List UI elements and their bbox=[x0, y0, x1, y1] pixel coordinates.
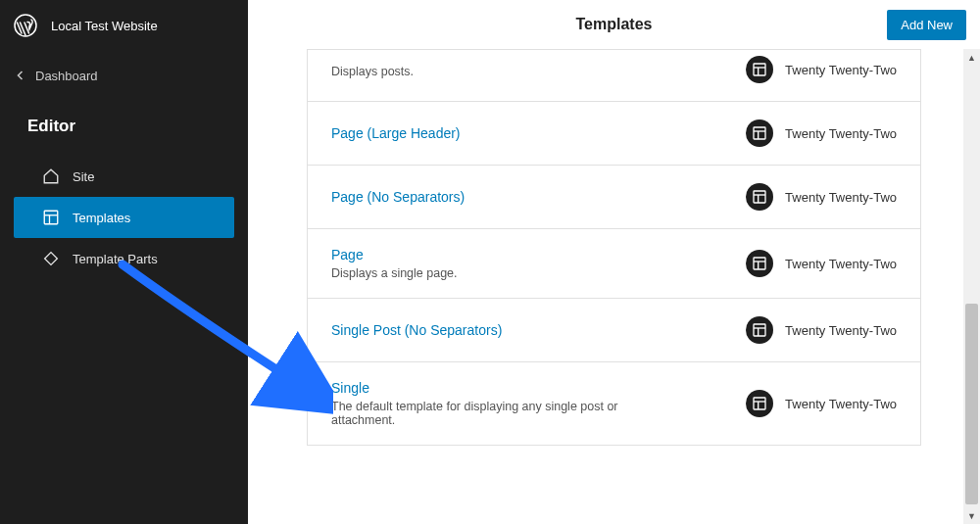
layout-icon bbox=[41, 208, 61, 227]
svg-rect-17 bbox=[754, 324, 765, 336]
template-row[interactable]: Page (Large Header) Twenty Twenty-Two bbox=[307, 102, 921, 166]
theme-name: Twenty Twenty-Two bbox=[785, 257, 897, 271]
top-bar: Templates Add New bbox=[248, 0, 980, 49]
sidebar: Local Test Website Dashboard Editor Site… bbox=[0, 0, 248, 524]
sidebar-item-site[interactable]: Site bbox=[14, 156, 234, 197]
theme-name: Twenty Twenty-Two bbox=[785, 126, 897, 141]
theme-icon bbox=[746, 316, 773, 344]
template-title-link[interactable]: Page bbox=[331, 247, 458, 262]
template-row[interactable]: Displays posts. Twenty Twenty-Two bbox=[307, 49, 921, 102]
theme-name: Twenty Twenty-Two bbox=[785, 323, 897, 338]
main-content: Templates Add New Displays posts. Twenty… bbox=[248, 0, 980, 524]
scroll-arrow-up-icon[interactable]: ▲ bbox=[963, 49, 980, 66]
home-icon bbox=[41, 167, 61, 186]
svg-rect-14 bbox=[754, 258, 765, 269]
chevron-left-icon bbox=[16, 69, 25, 83]
templates-list: Displays posts. Twenty Twenty-Two Page (… bbox=[248, 49, 980, 524]
template-row[interactable]: Single Post (No Separators) Twenty Twent… bbox=[307, 299, 921, 362]
dashboard-label: Dashboard bbox=[35, 69, 98, 83]
sidebar-item-templates[interactable]: Templates bbox=[14, 197, 234, 238]
wordpress-logo-icon bbox=[14, 14, 37, 37]
scrollbar[interactable]: ▲ ▼ bbox=[963, 49, 980, 524]
sidebar-item-label: Template Parts bbox=[73, 252, 158, 266]
svg-rect-11 bbox=[754, 191, 765, 203]
sidebar-item-label: Site bbox=[73, 169, 94, 184]
template-title-link[interactable]: Page (Large Header) bbox=[331, 125, 461, 141]
theme-name: Twenty Twenty-Two bbox=[785, 190, 897, 205]
theme-icon bbox=[746, 183, 773, 211]
theme-icon bbox=[746, 119, 773, 147]
template-row[interactable]: Page (No Separators) Twenty Twenty-Two bbox=[307, 166, 921, 229]
svg-rect-5 bbox=[754, 64, 765, 75]
svg-rect-8 bbox=[754, 127, 765, 139]
scroll-arrow-down-icon[interactable]: ▼ bbox=[963, 507, 980, 524]
theme-name: Twenty Twenty-Two bbox=[785, 63, 897, 77]
add-new-button[interactable]: Add New bbox=[887, 10, 966, 40]
page-title: Templates bbox=[576, 16, 653, 33]
template-row[interactable]: Page Displays a single page. Twenty Twen… bbox=[307, 229, 921, 299]
template-row[interactable]: Single The default template for displayi… bbox=[307, 362, 921, 446]
theme-name: Twenty Twenty-Two bbox=[785, 397, 897, 411]
sidebar-item-label: Templates bbox=[73, 211, 130, 225]
dashboard-back-link[interactable]: Dashboard bbox=[0, 51, 248, 101]
svg-rect-20 bbox=[754, 398, 765, 409]
sidebar-item-template-parts[interactable]: Template Parts bbox=[14, 238, 234, 279]
theme-icon bbox=[746, 250, 773, 277]
template-title-link[interactable]: Single Post (No Separators) bbox=[331, 322, 502, 338]
svg-rect-4 bbox=[45, 253, 58, 265]
theme-icon bbox=[746, 56, 773, 83]
site-name: Local Test Website bbox=[51, 19, 158, 33]
template-description: Displays a single page. bbox=[331, 266, 458, 280]
editor-heading: Editor bbox=[0, 101, 248, 156]
template-description: Displays posts. bbox=[331, 65, 414, 78]
theme-icon bbox=[746, 390, 773, 417]
template-description: The default template for displaying any … bbox=[331, 400, 625, 427]
site-header: Local Test Website bbox=[0, 0, 248, 51]
template-title-link[interactable]: Page (No Separators) bbox=[331, 189, 465, 205]
svg-rect-1 bbox=[44, 211, 58, 224]
diamond-icon bbox=[41, 249, 61, 268]
scrollbar-thumb[interactable] bbox=[965, 304, 978, 504]
template-title-link[interactable]: Single bbox=[331, 380, 625, 396]
